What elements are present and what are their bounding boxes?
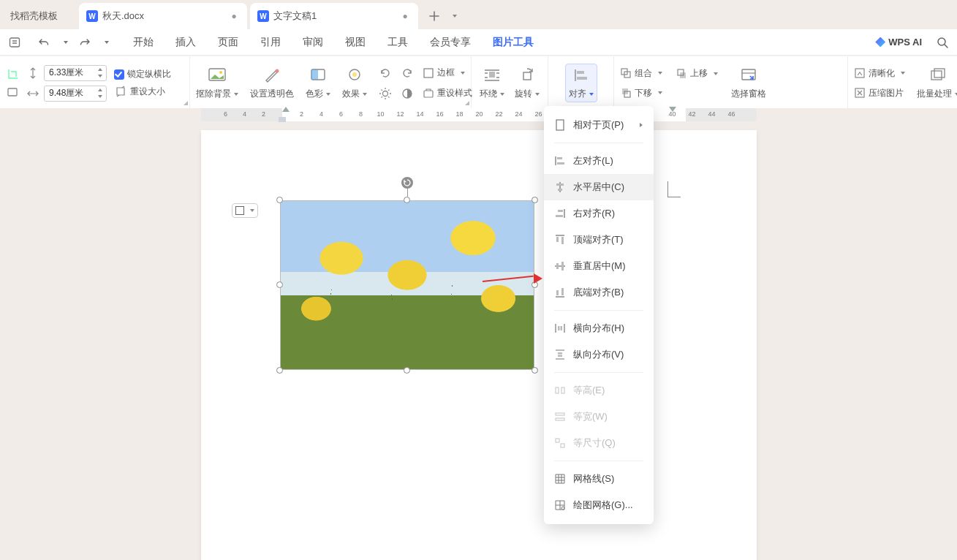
document-tab-bar: 找稻壳模板 W 秋天.docx ● W 文字文稿1 ● xyxy=(0,0,957,29)
resize-handle-t[interactable] xyxy=(404,197,410,203)
remove-bg-button[interactable]: 抠除背景 xyxy=(196,66,238,100)
svg-rect-52 xyxy=(561,444,564,447)
tab-member[interactable]: 会员专享 xyxy=(428,31,472,53)
ribbon-group-wrap: 环绕 旋转 xyxy=(472,56,548,108)
sharpen-button[interactable]: 清晰化 xyxy=(854,67,905,80)
document-page[interactable] xyxy=(201,130,757,560)
horizontal-ruler[interactable]: 6 4 2 2 4 6 8 10 12 14 16 18 20 22 24 26… xyxy=(201,108,757,121)
resize-handle-tr[interactable] xyxy=(532,197,538,203)
layout-options-button[interactable] xyxy=(232,203,258,218)
tab-picture-tools[interactable]: 图片工具 xyxy=(491,31,535,53)
compress-button[interactable]: 压缩图片 xyxy=(854,87,905,99)
move-up-button[interactable]: 上移 xyxy=(676,67,718,80)
doc-tab-2-label: 文字文稿1 xyxy=(273,10,395,23)
redo-button[interactable] xyxy=(76,34,94,51)
group-dialog-launcher[interactable] xyxy=(464,99,471,107)
move-down-button[interactable]: 下移 xyxy=(620,87,662,99)
align-menu-bottom[interactable]: 底端对齐(B) xyxy=(544,279,654,306)
align-menu-vdist[interactable]: 纵向分布(V) xyxy=(544,341,654,368)
ribbon: 6.33厘米 9.48厘米 锁定纵横比 xyxy=(0,56,957,108)
ruler-area: 6 4 2 2 4 6 8 10 12 14 16 18 20 22 24 26… xyxy=(0,108,957,123)
lock-ratio-checkbox[interactable]: 锁定纵横比 xyxy=(114,68,171,80)
border-button[interactable]: 边框 xyxy=(423,67,465,79)
align-menu-vcenter[interactable]: 垂直居中(M) xyxy=(544,253,654,279)
align-icon xyxy=(573,66,589,85)
svg-rect-50 xyxy=(556,418,564,420)
checkbox-checked-icon xyxy=(114,69,124,80)
align-menu-drawgrid[interactable]: 绘图网格(G)... xyxy=(544,492,654,518)
undo-button[interactable] xyxy=(35,34,53,51)
wps-ai-button[interactable]: WPS AI xyxy=(875,37,922,48)
doc-tab-2[interactable]: W 文字文稿1 ● xyxy=(250,3,418,29)
selected-image[interactable] xyxy=(280,200,534,370)
tab-tools[interactable]: 工具 xyxy=(386,31,409,53)
tab-review[interactable]: 审阅 xyxy=(301,31,325,53)
search-button[interactable] xyxy=(934,34,951,51)
rotate-handle[interactable] xyxy=(401,177,413,189)
wrap-button[interactable]: 环绕 xyxy=(480,66,504,100)
tab-start[interactable]: 开始 xyxy=(132,31,155,53)
align-menu-relative[interactable]: 相对于页(P) xyxy=(544,112,654,138)
menu-bar: 开始 插入 页面 引用 审阅 视图 工具 会员专享 图片工具 WPS AI xyxy=(0,29,957,56)
rotate-right-icon[interactable] xyxy=(401,67,414,80)
selection-pane-icon xyxy=(740,66,757,85)
new-tab-button[interactable] xyxy=(425,7,443,25)
height-input[interactable]: 6.33厘米 xyxy=(44,65,107,81)
eq-height-icon xyxy=(554,385,566,396)
tab-ref[interactable]: 引用 xyxy=(259,31,282,53)
ribbon-tabs: 开始 插入 页面 引用 审阅 视图 工具 会员专享 图片工具 xyxy=(132,31,535,53)
resize-handle-b[interactable] xyxy=(404,367,410,374)
brightness-icon[interactable] xyxy=(379,87,392,100)
selection-pane-button[interactable]: 选择窗格 xyxy=(731,66,766,100)
ribbon-group-arrange: 组合 下移 上移 选择窗格 xyxy=(614,56,848,108)
group-button[interactable]: 组合 xyxy=(620,67,662,80)
resize-handle-l[interactable] xyxy=(276,281,283,288)
svg-rect-0 xyxy=(10,38,20,47)
template-tab[interactable]: 找稻壳模板 xyxy=(3,3,76,29)
tab-insert[interactable]: 插入 xyxy=(174,31,197,53)
redo-dropdown[interactable] xyxy=(97,34,114,51)
align-menu-hcenter[interactable]: 水平居中(C) xyxy=(544,174,654,200)
first-line-indent-marker[interactable] xyxy=(282,107,290,112)
align-menu-top[interactable]: 顶端对齐(T) xyxy=(544,227,654,253)
tab-view[interactable]: 视图 xyxy=(344,31,367,53)
word-doc-icon: W xyxy=(86,10,98,22)
ribbon-group-size: 6.33厘米 9.48厘米 锁定纵横比 xyxy=(0,56,190,108)
svg-rect-14 xyxy=(489,72,495,77)
rotate-left-icon[interactable] xyxy=(379,67,392,80)
close-icon[interactable]: ● xyxy=(228,10,240,22)
align-menu-gridlines[interactable]: 网格线(S) xyxy=(544,466,654,492)
close-icon[interactable]: ● xyxy=(399,10,411,22)
resize-handle-tl[interactable] xyxy=(276,197,283,203)
tab-overflow-button[interactable] xyxy=(447,7,459,25)
app-menu-button[interactable] xyxy=(6,34,23,51)
align-menu-left[interactable]: 左对齐(L) xyxy=(544,148,654,174)
effect-button[interactable]: 效果 xyxy=(342,66,367,100)
svg-rect-41 xyxy=(556,290,559,295)
svg-rect-49 xyxy=(556,413,564,415)
rotate-button[interactable]: 旋转 xyxy=(515,66,540,100)
svg-rect-17 xyxy=(577,77,587,80)
batch-button[interactable]: 批量处理 xyxy=(917,66,957,100)
resize-handle-r[interactable] xyxy=(532,281,538,288)
color-button[interactable]: 色彩 xyxy=(306,66,330,100)
group-dialog-launcher[interactable] xyxy=(182,99,189,107)
set-transparent-button[interactable]: 设置透明色 xyxy=(250,66,294,100)
document-stage xyxy=(0,123,957,560)
left-indent-marker[interactable] xyxy=(279,117,286,122)
contrast-icon[interactable] xyxy=(401,87,414,100)
resize-handle-br[interactable] xyxy=(532,367,538,374)
ribbon-group-align: 对齐 xyxy=(548,56,614,108)
tab-page[interactable]: 页面 xyxy=(216,31,240,53)
resize-handle-bl[interactable] xyxy=(276,367,283,374)
image-content xyxy=(280,200,534,370)
reset-style-button[interactable]: 重设样式 xyxy=(423,87,472,99)
reset-size-button[interactable]: 重设大小 xyxy=(114,85,171,98)
remove-bg-icon xyxy=(208,66,227,85)
align-menu-right[interactable]: 右对齐(R) xyxy=(544,200,654,227)
align-menu-hdist[interactable]: 横向分布(H) xyxy=(544,315,654,341)
width-input[interactable]: 9.48厘米 xyxy=(44,86,107,102)
undo-dropdown[interactable] xyxy=(56,34,73,51)
doc-tab-1[interactable]: W 秋天.docx ● xyxy=(79,3,247,29)
align-button[interactable]: 对齐 xyxy=(565,64,597,102)
